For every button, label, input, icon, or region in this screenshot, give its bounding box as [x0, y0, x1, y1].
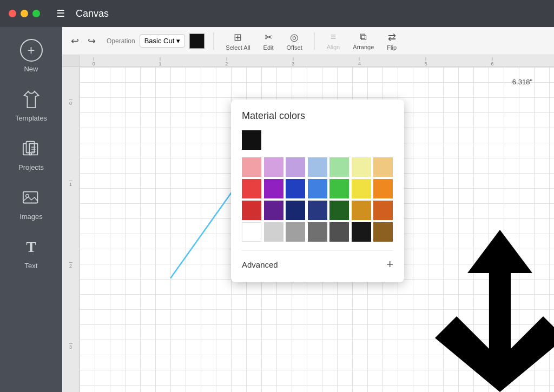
sidebar: + New Templates	[0, 27, 62, 392]
color-green-light[interactable]	[329, 157, 349, 177]
color-gray[interactable]	[308, 222, 327, 242]
offset-icon: ◎	[290, 31, 299, 43]
traffic-lights	[9, 10, 40, 17]
color-dark-purple[interactable]	[264, 201, 283, 220]
images-icon	[21, 189, 42, 207]
selected-color-swatch[interactable]	[242, 130, 261, 150]
sidebar-item-text[interactable]: T Text	[0, 229, 62, 276]
canvas-area: ↩ ↪ Operation Basic Cut ▾ ⊞ Select All ✂…	[62, 27, 554, 392]
color-swatch-button[interactable]	[189, 34, 205, 49]
redo-button[interactable]: ↪	[85, 33, 98, 49]
maximize-button[interactable]	[32, 10, 40, 17]
sidebar-item-templates[interactable]: Templates	[0, 82, 62, 129]
sidebar-item-new-label: New	[24, 65, 38, 73]
color-purple-light[interactable]	[264, 157, 283, 177]
chevron-down-icon: ▾	[176, 37, 180, 45]
minimize-button[interactable]	[21, 10, 28, 17]
popup-title: Material colors	[242, 110, 393, 122]
color-green[interactable]	[329, 179, 349, 198]
edit-action[interactable]: ✂ Edit	[260, 31, 277, 51]
color-dark-green[interactable]	[329, 201, 349, 220]
color-blue-light[interactable]	[308, 157, 327, 177]
images-icon-area	[20, 187, 43, 209]
color-brown[interactable]	[373, 222, 393, 242]
color-white[interactable]	[242, 222, 261, 242]
toolbar: ↩ ↪ Operation Basic Cut ▾ ⊞ Select All ✂…	[62, 27, 554, 55]
undo-button[interactable]: ↩	[69, 33, 81, 49]
color-pink-light[interactable]	[242, 157, 261, 177]
sidebar-item-projects[interactable]: Projects	[0, 131, 62, 178]
color-lavender[interactable]	[286, 157, 305, 177]
color-dark-orange[interactable]	[373, 201, 393, 220]
select-all-action[interactable]: ⊞ Select All	[222, 31, 253, 51]
color-dark-blue[interactable]	[286, 179, 305, 198]
vertical-ruler: 0 1 2 3	[62, 67, 80, 392]
color-yellow-light[interactable]	[352, 157, 371, 177]
color-red[interactable]	[242, 179, 261, 198]
flip-icon: ⇄	[388, 31, 396, 43]
flip-label: Flip	[387, 44, 397, 51]
color-light-gray[interactable]	[264, 222, 283, 242]
color-navy[interactable]	[286, 201, 305, 220]
operation-select[interactable]: Basic Cut ▾	[140, 34, 186, 48]
color-black[interactable]	[352, 222, 371, 242]
canvas-shape	[435, 230, 554, 392]
arrange-icon: ⧉	[360, 31, 367, 43]
separator-2	[314, 32, 315, 50]
plus-circle-icon: +	[20, 39, 43, 62]
main-layout: + New Templates	[0, 27, 554, 392]
add-color-icon[interactable]: +	[386, 257, 393, 271]
edit-label: Edit	[263, 44, 274, 51]
sidebar-item-new[interactable]: + New	[0, 32, 62, 79]
flip-action[interactable]: ⇄ Flip	[384, 31, 400, 51]
arrange-action[interactable]: ⧉ Arrange	[349, 31, 377, 50]
separator-1	[213, 32, 214, 50]
color-dark-gray[interactable]	[329, 222, 349, 242]
dimension-label: 6.318"	[512, 78, 532, 86]
color-dark-red[interactable]	[242, 201, 261, 220]
material-colors-popup[interactable]: Material colors	[231, 99, 404, 282]
sidebar-item-templates-label: Templates	[15, 114, 47, 122]
projects-icon	[21, 139, 42, 158]
select-all-label: Select All	[226, 44, 250, 51]
align-label: Align	[327, 44, 340, 50]
color-dark-navy[interactable]	[308, 201, 327, 220]
app-title: Canvas	[76, 8, 109, 19]
templates-icon-area	[20, 88, 43, 111]
color-purple[interactable]	[264, 179, 283, 198]
offset-action[interactable]: ◎ Offset	[283, 31, 306, 51]
undo-redo-group: ↩ ↪	[69, 33, 98, 49]
tshirt-icon	[21, 90, 42, 109]
color-grid	[242, 157, 393, 242]
operation-section: Operation Basic Cut ▾	[107, 34, 205, 49]
text-icon: T	[26, 238, 36, 256]
align-action[interactable]: ≡ Align	[324, 31, 343, 50]
canvas-grid[interactable]: 6.318"	[80, 67, 554, 392]
color-blue[interactable]	[308, 179, 327, 198]
sidebar-item-images-label: Images	[19, 212, 43, 221]
color-dark-yellow[interactable]	[352, 201, 371, 220]
projects-icon-area	[20, 137, 43, 160]
edit-icon: ✂	[265, 31, 273, 43]
sidebar-item-images[interactable]: Images	[0, 180, 62, 227]
arrange-label: Arrange	[353, 44, 374, 50]
sidebar-item-projects-label: Projects	[18, 163, 44, 171]
align-icon: ≡	[331, 31, 337, 43]
hamburger-menu-icon[interactable]: ☰	[56, 8, 65, 19]
color-yellow[interactable]	[352, 179, 371, 198]
grid-area: 0 1 2 3 4 5 6 0 1 2 3	[62, 55, 554, 392]
title-bar: ☰ Canvas	[0, 0, 554, 27]
sidebar-item-text-label: Text	[25, 262, 38, 270]
color-mid-gray[interactable]	[286, 222, 305, 242]
offset-label: Offset	[287, 44, 302, 51]
select-all-icon: ⊞	[234, 31, 242, 43]
color-orange-light[interactable]	[373, 157, 393, 177]
svg-rect-6	[23, 192, 37, 203]
advanced-label: Advanced	[242, 260, 278, 269]
close-button[interactable]	[9, 10, 16, 17]
advanced-row: Advanced +	[242, 250, 393, 271]
text-icon-area: T	[20, 236, 43, 258]
ruler-row: 0 1 2 3 4 5 6	[62, 55, 554, 67]
color-orange[interactable]	[373, 179, 393, 198]
operation-label: Operation	[107, 37, 135, 45]
